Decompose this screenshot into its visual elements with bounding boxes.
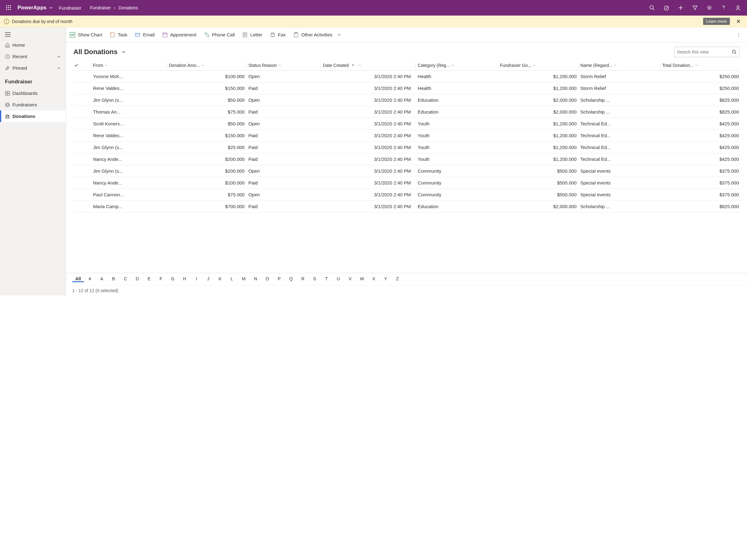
filter-icon[interactable]	[692, 5, 698, 10]
alpha-k[interactable]: K	[214, 276, 226, 282]
alpha-z[interactable]: Z	[391, 276, 403, 282]
task-check-icon[interactable]	[664, 5, 669, 10]
cmd-letter[interactable]: Letter	[242, 32, 262, 38]
alpha-c[interactable]: C	[120, 276, 131, 282]
alpha-t[interactable]: T	[320, 276, 332, 282]
col-header-amount[interactable]: Donation Amo...	[167, 60, 247, 71]
table-row[interactable]: Paul Cannon...$75.000Open3/1/2020 2:40 P…	[72, 189, 741, 201]
gear-icon[interactable]	[706, 5, 712, 10]
alpha-n[interactable]: N	[250, 276, 261, 282]
environment-name[interactable]: Fundraiser	[59, 5, 81, 10]
breadcrumb-item[interactable]: Donations	[119, 5, 138, 10]
table-row[interactable]: Jim Glynn (s...$25.000Paid3/1/2020 2:40 …	[72, 141, 741, 153]
table-row[interactable]: Jim Glynn (s...$200.000Open3/1/2020 2:40…	[72, 165, 741, 177]
search-box[interactable]	[674, 47, 740, 57]
col-header-name[interactable]: Name (Regard...	[578, 60, 661, 71]
nav-recent[interactable]: Recent	[0, 51, 66, 62]
row-checkbox[interactable]	[72, 189, 91, 201]
alpha-h[interactable]: H	[179, 276, 190, 282]
table-row[interactable]: Yvonne McK...$100.000Open3/1/2020 2:40 P…	[72, 71, 741, 82]
hamburger-icon[interactable]	[0, 30, 66, 39]
person-icon[interactable]	[735, 5, 741, 10]
alpha-e[interactable]: E	[143, 276, 155, 282]
row-checkbox[interactable]	[72, 82, 91, 94]
nav-home[interactable]: Home	[0, 39, 66, 51]
alpha-m[interactable]: M	[238, 276, 250, 282]
table-row[interactable]: Nancy Ande...$100.000Paid3/1/2020 2:40 P…	[72, 177, 741, 189]
breadcrumb-item[interactable]: Fundraiser	[90, 5, 111, 10]
col-header-goal[interactable]: Fundraiser Go...	[498, 60, 578, 71]
alpha-d[interactable]: D	[131, 276, 143, 282]
nav-dashboards[interactable]: Dashboards	[0, 87, 66, 99]
row-checkbox[interactable]	[72, 201, 91, 212]
alpha-#[interactable]: #	[84, 276, 96, 282]
cmd-task[interactable]: Task	[109, 32, 127, 38]
alpha-r[interactable]: R	[297, 276, 309, 282]
col-header-status[interactable]: Status Reason	[247, 60, 321, 71]
table-row[interactable]: Thomas An...$75.000Paid3/1/2020 2:40 PME…	[72, 106, 741, 118]
row-checkbox[interactable]	[72, 153, 91, 165]
search-icon[interactable]	[732, 50, 737, 54]
app-name[interactable]: PowerApps	[18, 5, 47, 11]
alpha-i[interactable]: I	[190, 276, 202, 282]
alpha-v[interactable]: V	[344, 276, 356, 282]
alpha-w[interactable]: W	[356, 276, 368, 282]
plus-icon[interactable]	[678, 5, 684, 10]
col-header-total[interactable]: Total Donation...	[661, 60, 741, 71]
learn-more-button[interactable]: Learn more	[703, 18, 730, 25]
col-header-category[interactable]: Category (Reg...	[416, 60, 498, 71]
row-checkbox[interactable]	[72, 130, 91, 141]
alpha-all[interactable]: All	[72, 276, 84, 282]
chevron-down-icon	[695, 64, 698, 67]
chevron-down-icon[interactable]	[49, 6, 53, 10]
nav-pinned[interactable]: Pinned	[0, 62, 66, 74]
alpha-s[interactable]: S	[309, 276, 320, 282]
row-checkbox[interactable]	[72, 165, 91, 177]
col-header-from[interactable]: From	[91, 60, 167, 71]
chevron-down-icon[interactable]	[121, 50, 126, 54]
nav-donations[interactable]: Donations	[0, 110, 66, 122]
svg-point-47	[732, 50, 736, 53]
alpha-o[interactable]: O	[261, 276, 273, 282]
alpha-p[interactable]: P	[273, 276, 285, 282]
search-input[interactable]	[677, 50, 732, 54]
alpha-b[interactable]: B	[108, 276, 120, 282]
view-title[interactable]: All Donations	[74, 48, 118, 56]
table-row[interactable]: Nancy Ande...$200.000Paid3/1/2020 2:40 P…	[72, 153, 741, 165]
row-checkbox[interactable]	[72, 94, 91, 106]
close-icon[interactable]: ✕	[733, 17, 743, 26]
cmd-phone-call[interactable]: Phone Call	[204, 32, 235, 38]
nav-fundraisers[interactable]: Fundraisers	[0, 99, 66, 110]
cmd-show-chart[interactable]: Show Chart	[70, 32, 102, 38]
alpha-y[interactable]: Y	[380, 276, 391, 282]
table-row[interactable]: Jim Glynn (s...$50.000Open3/1/2020 2:40 …	[72, 94, 741, 106]
row-checkbox[interactable]	[72, 141, 91, 153]
more-icon[interactable]: ⋮	[734, 32, 743, 37]
col-header-date[interactable]: Date Created	[321, 60, 416, 71]
cell-amount: $200.000	[167, 153, 247, 165]
search-icon[interactable]	[649, 5, 655, 10]
alpha-l[interactable]: L	[226, 276, 238, 282]
waffle-icon[interactable]	[4, 3, 14, 13]
alpha-u[interactable]: U	[332, 276, 344, 282]
table-row[interactable]: Scott Koners...$50.000Open3/1/2020 2:40 …	[72, 118, 741, 130]
row-checkbox[interactable]	[72, 177, 91, 189]
alpha-j[interactable]: J	[202, 276, 214, 282]
alpha-q[interactable]: Q	[285, 276, 297, 282]
alpha-g[interactable]: G	[167, 276, 179, 282]
row-checkbox[interactable]	[72, 106, 91, 118]
table-row[interactable]: Maria Camp...$700.000Paid3/1/2020 2:40 P…	[72, 201, 741, 212]
cmd-fax[interactable]: Fax	[270, 32, 286, 38]
alpha-a[interactable]: A	[96, 276, 108, 282]
cmd-email[interactable]: Email	[135, 32, 155, 38]
table-row[interactable]: Rene Valdes...$150.000Paid3/1/2020 2:40 …	[72, 82, 741, 94]
select-all-checkbox[interactable]	[72, 60, 91, 71]
alpha-f[interactable]: F	[155, 276, 167, 282]
cmd-other-activities[interactable]: Other Activities	[293, 32, 341, 38]
table-row[interactable]: Rene Valdes...$150.000Paid3/1/2020 2:40 …	[72, 130, 741, 141]
cmd-appointment[interactable]: Appointment	[162, 32, 197, 38]
help-icon[interactable]	[721, 5, 726, 10]
row-checkbox[interactable]	[72, 118, 91, 130]
alpha-x[interactable]: X	[368, 276, 380, 282]
row-checkbox[interactable]	[72, 71, 91, 82]
